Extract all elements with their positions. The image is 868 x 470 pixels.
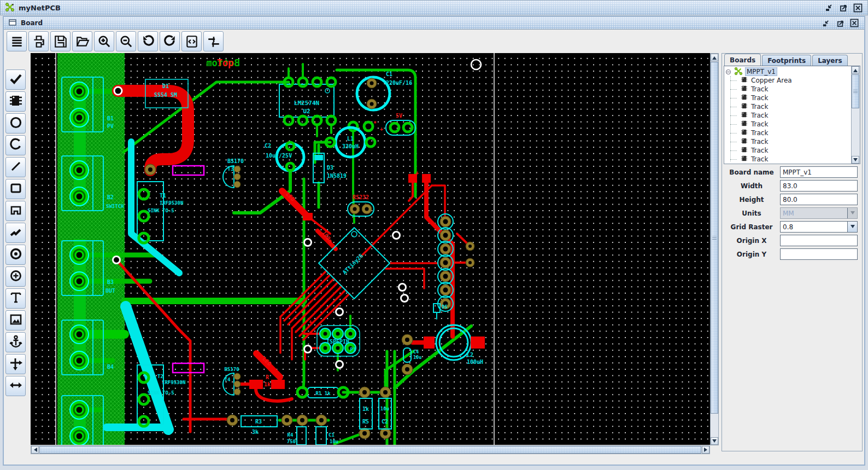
chip-node-icon (741, 155, 748, 164)
image-icon (9, 312, 23, 328)
tree-item[interactable]: Track (724, 85, 851, 94)
tree-item[interactable]: Track (724, 129, 851, 137)
app-titlebar[interactable]: myNetPCB (0, 0, 868, 15)
source-code-button[interactable] (181, 31, 202, 51)
component-5v-header (386, 120, 415, 135)
arrow-up-icon (853, 67, 858, 72)
board-properties-form: Board name MPPT_v1 Width 83.0 Height 80.… (723, 165, 861, 261)
scroll-down-button[interactable] (711, 437, 718, 445)
tree-item[interactable]: Track (724, 102, 851, 111)
tree-root-label[interactable]: MPPT_v1 (745, 67, 777, 76)
pcb-canvas[interactable]: Bottom Top D1 SS54 SM LM2574N U2 C1 220u… (31, 53, 710, 445)
tab-footprints[interactable]: Footprints (762, 55, 811, 66)
scroll-up-button[interactable] (711, 54, 718, 61)
tree-item[interactable]: Track (724, 146, 851, 155)
pcb-label: U2 (303, 108, 310, 115)
app-maximize-button[interactable] (838, 2, 849, 13)
tool-anchor[interactable] (5, 332, 26, 352)
tool-image[interactable] (5, 310, 26, 330)
tree-item-label[interactable]: Track (750, 94, 769, 102)
tree-item-label[interactable]: Track (750, 155, 769, 163)
pcb-label: L1 (347, 136, 354, 142)
print-button[interactable] (28, 31, 49, 51)
scroll-down-button[interactable] (852, 156, 859, 164)
grid-raster-combobox[interactable]: 0.8 (780, 221, 858, 233)
canvas-vscrollbar[interactable] (710, 53, 719, 445)
tool-drill-hole[interactable] (5, 266, 26, 287)
tool-track[interactable] (5, 223, 26, 243)
origin-y-field[interactable] (780, 248, 858, 260)
pcb-label: T3 (227, 166, 234, 172)
tool-copper-area[interactable] (5, 201, 26, 221)
app-iconify-button[interactable] (824, 2, 835, 13)
tree-item[interactable]: Track (724, 111, 851, 120)
save-icon (54, 34, 68, 49)
origin-x-field[interactable] (780, 235, 858, 246)
undo-button[interactable] (138, 31, 158, 51)
tool-footprint[interactable] (5, 91, 26, 112)
tool-measure[interactable] (5, 376, 26, 396)
zoom-in-icon (97, 34, 112, 49)
pcb-label: 1k (264, 381, 271, 387)
tree-item-label[interactable]: Track (750, 138, 769, 146)
combo-arrow-button[interactable] (847, 222, 857, 232)
zoom-in-button[interactable] (94, 31, 114, 51)
tab-boards[interactable]: Boards (724, 54, 761, 66)
chip-node-icon (741, 146, 748, 155)
pcb-label: D3 (327, 165, 333, 171)
tree-item-label[interactable]: Track (750, 103, 769, 111)
tree-item[interactable]: Track (724, 155, 851, 164)
tab-layers[interactable]: Layers (812, 55, 847, 66)
tool-text[interactable] (5, 288, 26, 309)
component-c1b (316, 427, 326, 445)
tree-vscrollbar[interactable] (851, 66, 860, 164)
tool-circle[interactable] (5, 113, 26, 134)
canvas-hscrollbar[interactable] (31, 445, 710, 454)
width-field[interactable]: 83.0 (780, 180, 858, 192)
app-close-button[interactable] (852, 2, 863, 13)
frame-close-button[interactable] (849, 18, 860, 28)
tree-scroll-thumb[interactable] (852, 74, 859, 108)
pcb-label: P1 (350, 347, 356, 352)
board-name-field[interactable]: MPPT_v1 (780, 166, 858, 178)
frame-maximize-button[interactable] (835, 18, 846, 28)
tree-item[interactable]: Track (724, 120, 851, 129)
open-button[interactable] (72, 31, 92, 51)
scroll-left-button[interactable] (31, 446, 39, 454)
tree-item-label[interactable]: Track (750, 147, 769, 154)
origin-button[interactable] (203, 31, 224, 51)
tool-via[interactable] (5, 245, 26, 265)
scroll-right-button[interactable] (702, 446, 709, 454)
tree-item[interactable]: Copper Area (724, 76, 851, 85)
form-row-units: Units MM (723, 206, 861, 220)
tree-expand-handle[interactable] (724, 69, 732, 75)
tool-rect[interactable] (5, 179, 26, 199)
vscroll-thumb[interactable] (711, 62, 718, 414)
menu-button[interactable] (7, 31, 27, 51)
field-label: Units (723, 210, 780, 217)
form-row-board-name: Board name MPPT_v1 (723, 165, 861, 179)
tree-item-label[interactable]: Track (750, 112, 769, 119)
footprint-chip-icon (9, 94, 23, 109)
tree-item-label[interactable]: Track (750, 129, 769, 137)
zoom-out-button[interactable] (116, 31, 136, 51)
tree-item-label[interactable]: Track (750, 85, 769, 93)
save-button[interactable] (50, 31, 71, 51)
frame-iconify-button[interactable] (820, 18, 831, 28)
circle-icon (9, 115, 23, 131)
tool-select[interactable] (5, 69, 26, 90)
board-frame-titlebar[interactable]: Board (4, 17, 864, 30)
redo-button[interactable] (160, 31, 180, 51)
tree-item[interactable]: Track (724, 137, 851, 146)
height-field[interactable]: 80.0 (780, 194, 858, 205)
tree-item[interactable]: Track (724, 94, 851, 102)
tree-item-label[interactable]: Copper Area (750, 77, 793, 84)
tool-line[interactable] (5, 157, 26, 177)
tree-root-row[interactable]: MPPT_v1 (724, 67, 851, 76)
tree-item-label[interactable]: Track (750, 120, 769, 128)
tool-arc[interactable] (5, 135, 26, 155)
scroll-up-button[interactable] (852, 66, 859, 74)
hscroll-thumb[interactable] (39, 446, 701, 454)
field-value: MM (781, 210, 847, 217)
tool-move[interactable] (5, 354, 26, 374)
